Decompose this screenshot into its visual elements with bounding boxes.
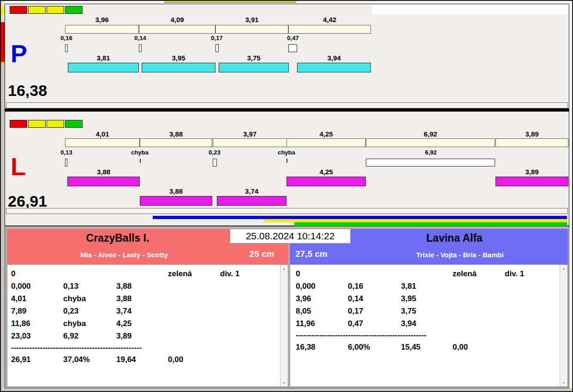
left-team-members: Mia - Aivee - Lasty - Scotty [7, 251, 241, 259]
change-time-cell: 0,47 [348, 317, 401, 330]
split-time-label: 6,92 [366, 130, 495, 138]
cumulative-time-cell: 11,96 [296, 317, 348, 330]
change-time-cell: 0,23 [63, 305, 116, 317]
change-time-cell: 6,92 [63, 330, 116, 342]
change-error-label: chyba [121, 149, 158, 156]
split-bar [140, 138, 212, 147]
scroll-up-icon[interactable]: ▲ [560, 265, 567, 272]
left-table-scrollbar[interactable]: ▲ ▼ [280, 265, 288, 386]
left-team-jump-height: 25 cm [240, 249, 284, 259]
division-cell: div. 1 [220, 267, 280, 280]
run-time-cell: 3,95 [401, 292, 453, 305]
right-table-scrollbar[interactable]: ▲ ▼ [560, 265, 567, 386]
bottom-strip [1, 388, 572, 391]
split-bar [215, 25, 288, 34]
run-time-cell: 3,89 [116, 330, 168, 342]
change-box [366, 159, 495, 166]
lane-p-label: P [11, 41, 27, 66]
left-table-body: 0zelenádiv. 10,0000,133,884,01chyba3,887… [7, 265, 280, 386]
change-time-cell: chyba [63, 317, 116, 330]
lane-p-change-strip [6, 102, 568, 108]
run-time-label: 3,81 [68, 54, 139, 62]
change-time-label: 0,23 [196, 149, 233, 156]
run-time-label: 3,75 [219, 54, 289, 62]
lane-l-change-strip [6, 208, 568, 214]
change-box [288, 44, 297, 52]
split-bar [65, 138, 140, 147]
lane-l-panel: 4,010,133,883,88chyba3,883,970,233,744,2… [5, 111, 569, 226]
cumulative-time-cell: 11,86 [11, 317, 63, 330]
total-cell: 37,04% [63, 353, 116, 366]
change-time-label: 0,16 [48, 35, 85, 42]
change-error-label: chyba [268, 149, 305, 156]
run-time-cell: 3,88 [116, 292, 168, 305]
change-time-label: 0,47 [275, 35, 311, 42]
change-time-label: 0,13 [48, 149, 85, 156]
timestamp: 25.08.2024 10:14:22 [230, 229, 351, 244]
cumulative-time-cell: 23,03 [11, 330, 63, 342]
separator-row: ----------------------------------------… [11, 342, 280, 353]
error-tick-icon [286, 159, 287, 163]
change-time-cell: 0,13 [63, 280, 116, 292]
change-time-cell: chyba [63, 292, 116, 305]
run-time-cell: 4,25 [116, 317, 168, 330]
run-bar [219, 63, 289, 72]
change-box [213, 159, 217, 166]
left-edge-strip [1, 1, 5, 391]
error-tick-icon [140, 159, 141, 163]
progress-bar-blue [153, 216, 567, 219]
change-box [215, 44, 219, 52]
total-cell: 6,00% [348, 341, 401, 353]
change-box [139, 44, 142, 52]
run-time-label: 3,94 [297, 54, 371, 62]
total-cell: 0,00 [453, 341, 505, 353]
timing-app-window: 3,960,163,814,090,143,953,910,173,754,42… [0, 0, 573, 392]
total-cell: 16,38 [296, 341, 348, 353]
scroll-down-icon[interactable]: ▼ [560, 379, 567, 386]
change-box [65, 159, 67, 166]
background-window-sliver [164, 1, 296, 3]
split-bar [139, 25, 215, 34]
left-team-name: CrazyBalls I. [7, 232, 228, 244]
scroll-up-icon[interactable]: ▲ [281, 265, 288, 272]
run-time-label: 3,88 [140, 187, 212, 195]
split-time-label: 4,09 [139, 16, 215, 24]
change-time-label: 0,17 [198, 35, 235, 42]
scroll-down-icon[interactable]: ▼ [281, 379, 288, 386]
cumulative-time-cell: 0,000 [296, 280, 348, 292]
split-bar [288, 25, 371, 34]
run-bar [68, 63, 139, 72]
left-strip-red-mark [1, 22, 5, 62]
left-results-table[interactable]: 0zelenádiv. 10,0000,133,884,01chyba3,887… [7, 264, 288, 387]
change-time-cell: 0,14 [348, 292, 401, 305]
start-value-cell: 0 [11, 267, 63, 280]
run-bar [286, 177, 366, 186]
run-time-label: 3,74 [217, 187, 286, 195]
right-results-table[interactable]: 0zelenádiv. 10,0000,163,813,960,143,958,… [290, 264, 568, 387]
run-bar [142, 63, 215, 72]
run-bar [67, 177, 140, 186]
split-time-label: 4,01 [65, 130, 140, 138]
split-time-label: 3,88 [140, 130, 212, 138]
split-bar [65, 25, 139, 34]
run-time-cell: 3,88 [116, 280, 168, 292]
lane-p-total-time: 16,38 [8, 83, 47, 98]
change-time-cell: 0,16 [348, 280, 401, 292]
start-value-cell: 0 [296, 267, 348, 280]
split-bar [213, 138, 287, 147]
split-time-label: 3,96 [65, 16, 139, 24]
run-time-cell: 3,94 [401, 317, 453, 330]
change-time-cell: 0,17 [348, 305, 401, 317]
change-box [65, 44, 68, 52]
run-time-label: 3,88 [67, 168, 140, 176]
split-time-label: 3,97 [213, 130, 287, 138]
split-bar [366, 138, 495, 147]
total-cell: 0,00 [168, 353, 220, 366]
progress-bar-yellow [263, 219, 567, 222]
total-cell: 15,45 [401, 341, 453, 353]
total-cell: 19,64 [116, 353, 168, 366]
run-time-label: 4,25 [286, 168, 366, 176]
run-time-label: 3,89 [495, 168, 568, 176]
lane-p-bars: 3,960,163,814,090,143,953,910,173,754,42… [5, 4, 569, 108]
right-team-members: Trixie - Vojta - Bria - Bambi [350, 251, 570, 259]
